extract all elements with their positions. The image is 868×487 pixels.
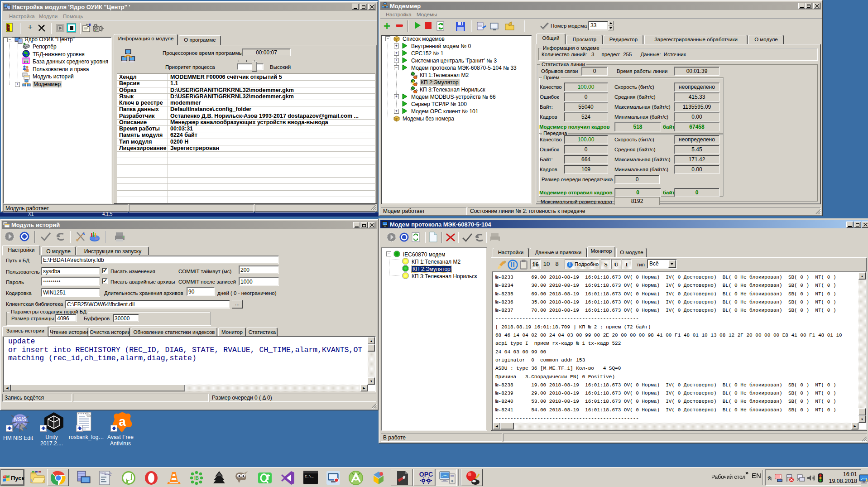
svg-text:IB: IB bbox=[194, 476, 199, 481]
svg-text:NSIS: NSIS bbox=[13, 416, 26, 423]
svg-text:OPC: OPC bbox=[419, 471, 433, 478]
svg-text:a: a bbox=[119, 415, 126, 429]
svg-text:C:\_: C:\_ bbox=[305, 474, 313, 478]
